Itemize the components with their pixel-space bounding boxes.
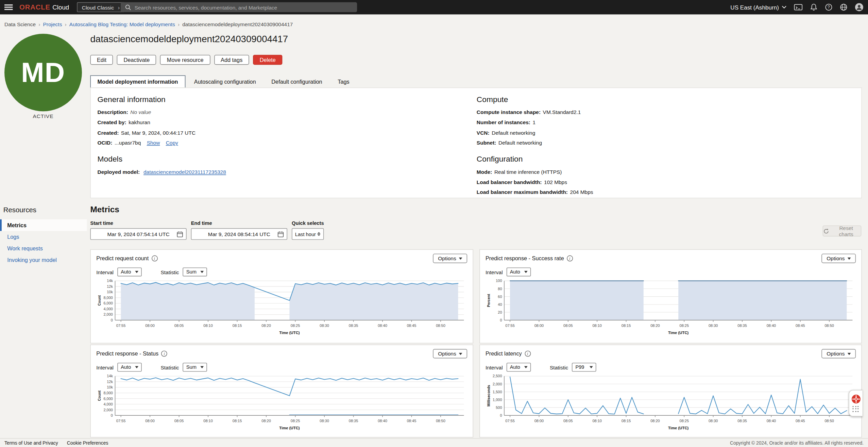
info-icon[interactable]: i xyxy=(525,351,531,357)
predict-success-rate-chart[interactable]: 02040608010007:5508:0008:0508:1008:1508:… xyxy=(486,278,856,335)
delete-button[interactable]: Delete xyxy=(253,55,282,65)
chevron-down-icon xyxy=(848,352,851,355)
ocid-copy-link[interactable]: Copy xyxy=(166,140,178,146)
svg-text:08:10: 08:10 xyxy=(592,324,602,328)
interval-select[interactable]: Auto xyxy=(507,267,531,276)
options-button[interactable]: Options xyxy=(433,349,467,359)
sidebar-item-work-requests[interactable]: Work requests xyxy=(0,243,87,254)
svg-text:08:30: 08:30 xyxy=(709,419,718,423)
svg-text:07:55: 07:55 xyxy=(116,419,126,423)
start-time-field: Start time Mar 9, 2024 07:54:14 UTC xyxy=(90,220,186,240)
start-time-input[interactable]: Mar 9, 2024 07:54:14 UTC xyxy=(90,228,186,240)
options-button[interactable]: Options xyxy=(822,254,856,263)
accessibility-widget[interactable] xyxy=(849,390,863,416)
interval-select[interactable]: Auto xyxy=(117,363,142,371)
logo-cloud-text: Cloud xyxy=(52,4,69,11)
calendar-icon[interactable] xyxy=(176,231,183,238)
deactivate-button[interactable]: Deactivate xyxy=(117,55,156,65)
svg-text:500: 500 xyxy=(496,405,502,410)
predict-request-count-chart[interactable]: 02,0004,0006,0008,00010k12k14k07:5508:00… xyxy=(96,278,467,335)
search-input[interactable] xyxy=(135,4,353,10)
info-icon[interactable]: i xyxy=(161,351,167,357)
svg-text:12k: 12k xyxy=(107,284,113,288)
search-icon xyxy=(125,4,131,10)
chevron-down-icon xyxy=(201,366,204,368)
statistic-select[interactable]: P99 xyxy=(572,363,597,371)
reset-charts-button[interactable]: Reset charts xyxy=(822,226,861,237)
statistic-select[interactable]: Sum xyxy=(183,363,207,371)
add-tags-button[interactable]: Add tags xyxy=(214,55,249,65)
menu-icon[interactable] xyxy=(4,4,13,10)
move-resource-button[interactable]: Move resource xyxy=(160,55,210,65)
info-icon[interactable]: i xyxy=(151,255,157,262)
deployed-model-link[interactable]: datasciencemodel20231117235328 xyxy=(143,169,226,175)
copyright-text: Copyright © 2024, Oracle and/or its affi… xyxy=(730,440,864,446)
region-selector[interactable]: US East (Ashburn) xyxy=(730,4,786,11)
global-search[interactable] xyxy=(121,2,357,12)
svg-text:08:10: 08:10 xyxy=(203,324,213,328)
cloud-shell-icon[interactable] xyxy=(794,3,803,11)
options-button[interactable]: Options xyxy=(433,254,467,263)
svg-text:08:35: 08:35 xyxy=(349,419,358,423)
breadcrumb-item: Data Science xyxy=(4,21,36,27)
breadcrumb-item-projects[interactable]: Projects xyxy=(43,21,62,27)
interval-select[interactable]: Auto xyxy=(117,267,142,276)
chart-title: Predict response - Status xyxy=(96,351,158,357)
drag-handle-icon[interactable] xyxy=(852,406,859,413)
breadcrumb-item-model-deployments[interactable]: Autoscaling Blog Testing: Model deployme… xyxy=(69,21,175,27)
end-time-input[interactable]: Mar 9, 2024 08:54:14 UTC xyxy=(191,228,287,240)
quick-selects-dropdown[interactable]: Last hour xyxy=(292,228,324,240)
oracle-cloud-logo[interactable]: ORACLE Cloud xyxy=(19,3,69,11)
interval-select[interactable]: Auto xyxy=(507,363,531,371)
resources-menu: Metrics Logs Work requests Invoking your… xyxy=(0,219,87,266)
svg-text:08:15: 08:15 xyxy=(233,324,242,328)
cookie-preferences-link[interactable]: Cookie Preferences xyxy=(67,440,108,446)
tab-tags[interactable]: Tags xyxy=(331,75,356,88)
svg-text:08:20: 08:20 xyxy=(650,419,660,423)
edit-button[interactable]: Edit xyxy=(90,55,113,65)
sidebar-item-metrics[interactable]: Metrics xyxy=(0,219,87,231)
tab-autoscaling-configuration[interactable]: Autoscaling configuration xyxy=(187,75,262,88)
svg-text:08:25: 08:25 xyxy=(680,324,689,328)
options-label: Options xyxy=(438,255,456,262)
svg-text:08:00: 08:00 xyxy=(534,324,544,328)
options-button[interactable]: Options xyxy=(822,349,856,359)
svg-text:Percent: Percent xyxy=(487,294,491,307)
metrics-heading: Metrics xyxy=(90,204,119,214)
terms-link[interactable]: Terms of Use and Privacy xyxy=(4,440,58,446)
reset-charts-label: Reset charts xyxy=(831,225,861,237)
calendar-icon[interactable] xyxy=(277,231,284,238)
help-icon[interactable]: ? xyxy=(825,3,833,11)
svg-text:?: ? xyxy=(828,5,830,10)
tab-default-configuration[interactable]: Default configuration xyxy=(265,75,329,88)
svg-text:08:20: 08:20 xyxy=(650,324,660,328)
chevron-down-icon xyxy=(524,271,528,273)
svg-text:08:15: 08:15 xyxy=(622,419,631,423)
svg-text:08:10: 08:10 xyxy=(203,419,213,423)
tab-model-deployment-information[interactable]: Model deployment information xyxy=(90,75,185,88)
svg-text:07:55: 07:55 xyxy=(505,419,515,423)
sidebar-item-logs[interactable]: Logs xyxy=(0,231,87,243)
svg-text:08:45: 08:45 xyxy=(796,419,805,423)
predict-response-status-chart[interactable]: 02,0004,0006,0008,00010k12k14k07:5508:00… xyxy=(96,373,467,431)
chart-title: Predict response - Success rate xyxy=(486,255,564,262)
statistic-select[interactable]: Sum xyxy=(183,267,207,276)
accessibility-target-icon xyxy=(851,394,861,403)
svg-text:08:05: 08:05 xyxy=(563,324,573,328)
announcements-bell-icon[interactable] xyxy=(810,3,818,11)
user-avatar-icon[interactable] xyxy=(855,3,864,12)
svg-text:08:00: 08:00 xyxy=(145,324,155,328)
predict-latency-chart[interactable]: 05001,0001,5002,0002,50007:5508:0008:050… xyxy=(486,373,856,431)
svg-text:10k: 10k xyxy=(107,290,113,294)
info-icon[interactable]: i xyxy=(567,255,573,262)
cloud-classic-button[interactable]: Cloud Classic › xyxy=(77,2,125,12)
language-globe-icon[interactable] xyxy=(840,3,848,11)
svg-text:08:35: 08:35 xyxy=(349,324,358,328)
end-time-label: End time xyxy=(191,220,287,226)
ocid-show-link[interactable]: Show xyxy=(147,140,160,146)
svg-text:0: 0 xyxy=(500,318,502,322)
interval-label: Interval xyxy=(96,364,114,370)
field-created: Created:Sat, Mar 9, 2024, 00:44:17 UTC xyxy=(98,130,452,136)
sidebar-item-invoking-your-model[interactable]: Invoking your model xyxy=(0,254,87,266)
svg-text:0: 0 xyxy=(111,318,113,322)
